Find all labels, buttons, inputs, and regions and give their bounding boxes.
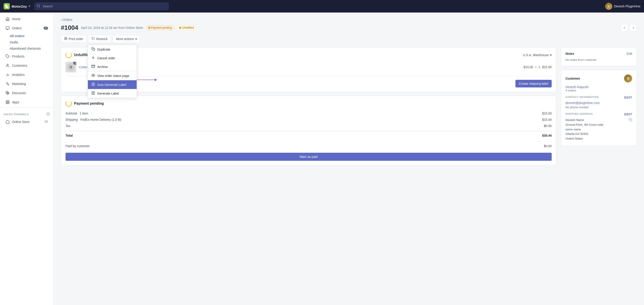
- unfulfilled-header: Unfulfilled (1) U.S.A. Warehouse ▾: [66, 52, 552, 58]
- customer-header: Customer D: [566, 74, 632, 82]
- total-row: Total $30.44: [66, 131, 552, 139]
- content-grid: Unfulfilled (1) U.S.A. Warehouse ▾: [61, 47, 637, 169]
- customer-orders-text: 4 orders: [566, 89, 632, 92]
- notes-title: Notes: [566, 52, 574, 56]
- apps-icon: [5, 100, 10, 104]
- sidebar-item-online-store[interactable]: Online Store: [2, 118, 52, 126]
- generate-label-icon: [92, 91, 95, 96]
- contact-edit-link[interactable]: Edit: [624, 96, 632, 99]
- customers-icon: [5, 63, 10, 68]
- shipping-address-label: SHIPPING ADDRESS Edit: [566, 112, 632, 116]
- sidebar-item-products[interactable]: Products: [2, 52, 52, 61]
- user-profile[interactable]: D Devesh PluginHive: [605, 3, 640, 10]
- fulfill-row: Create shipping label: [66, 76, 552, 88]
- marketing-icon: [5, 82, 10, 86]
- sidebar-subitem-abandoned[interactable]: Abandoned checkouts: [0, 46, 54, 52]
- customer-avatar: D: [624, 74, 632, 82]
- restock-button[interactable]: Restock: [88, 35, 111, 43]
- mark-as-paid-button[interactable]: Mark as paid: [66, 153, 552, 161]
- shipping-address-text: SHIPPING ADDRESS: [566, 112, 593, 116]
- store-eye-icon: [44, 120, 48, 124]
- more-actions-dropdown: Duplicate Cancel order Archive: [88, 45, 137, 98]
- next-order-button[interactable]: [630, 24, 637, 31]
- contact-info-text: CONTACT INFORMATION: [566, 96, 598, 99]
- printer-icon: [64, 37, 67, 41]
- address-line1: Ground Floor, 4th Cross road: [566, 122, 603, 127]
- svg-point-17: [46, 121, 47, 122]
- sidebar-item-marketing[interactable]: Marketing: [2, 80, 52, 88]
- sidebar-item-home[interactable]: Home: [2, 14, 52, 24]
- create-shipping-label-button[interactable]: Create shipping label: [516, 80, 552, 88]
- order-header: #1004 April 24, 2019 at 12:34 am from On…: [61, 24, 637, 31]
- restock-label: Restock: [96, 37, 108, 41]
- dropdown-item-cancel[interactable]: Cancel order: [88, 54, 137, 62]
- sidebar-item-apps[interactable]: Apps: [2, 98, 52, 107]
- print-order-button[interactable]: Print order: [61, 35, 86, 43]
- payment-header: Payment pending: [66, 100, 552, 107]
- svg-rect-10: [6, 100, 7, 102]
- abandoned-label: Abandoned checkouts: [10, 47, 41, 50]
- brand-logo[interactable]: MotorZoy ▾: [4, 3, 30, 10]
- shipping-method: FedEx Home Delivery (1.0 lb): [80, 118, 122, 122]
- dropdown-item-view-status[interactable]: View order status page: [88, 71, 137, 80]
- subtotal-amount: $15.00: [542, 112, 552, 115]
- create-shipping-label-text: Create shipping label: [519, 82, 548, 86]
- product-total-price: $15.00: [542, 65, 552, 69]
- tax-label: Tax: [66, 124, 70, 128]
- dropdown-item-duplicate[interactable]: Duplicate: [88, 45, 137, 54]
- app-container: MotorZoy ▾ D Devesh PluginHive: [0, 0, 644, 305]
- sidebar-analytics-label: Analytics: [12, 73, 24, 76]
- breadcrumb-text: Orders: [63, 18, 72, 22]
- subtotal-label: Subtotal: [66, 112, 77, 115]
- svg-rect-28: [630, 119, 632, 121]
- customer-card: Customer D Devesh Rajarshi 4 orders CONT…: [561, 70, 637, 146]
- avatar: D: [605, 3, 612, 10]
- dropdown-item-auto-generate[interactable]: Auto-Generate Label: [88, 80, 137, 89]
- more-actions-button[interactable]: More actions ▾: [113, 35, 140, 43]
- unfulfilled-spinner-icon: [66, 52, 72, 58]
- sidebar-subitem-drafts[interactable]: Drafts: [0, 39, 54, 46]
- sidebar-apps-label: Apps: [12, 100, 19, 104]
- contact-email[interactable]: devesh@pluginhive.com: [566, 101, 632, 105]
- orders-icon: [5, 26, 10, 30]
- svg-point-3: [7, 64, 8, 65]
- subtotal-row: Subtotal 1 item $15.00: [66, 110, 552, 116]
- add-channel-icon[interactable]: [46, 112, 50, 116]
- print-order-label: Print order: [69, 37, 83, 41]
- prev-order-button[interactable]: [621, 24, 628, 31]
- search-input[interactable]: [34, 2, 168, 10]
- sidebar-subitem-all-orders[interactable]: All orders: [0, 33, 54, 39]
- paid-by-row: Paid by customer $0.00: [66, 141, 552, 149]
- notes-content: No notes from customer: [566, 58, 632, 62]
- sidebar-item-analytics[interactable]: Analytics: [2, 70, 52, 79]
- store-icon: [5, 120, 10, 124]
- subtotal-items: 1 item: [80, 112, 88, 115]
- warehouse-select[interactable]: U.S.A. Warehouse ▾: [523, 53, 552, 57]
- sidebar-marketing-label: Marketing: [12, 82, 26, 86]
- times-icon: ×: [535, 65, 537, 69]
- customer-name-link[interactable]: Devesh Rajarshi: [566, 85, 632, 89]
- shipping-edit-link[interactable]: Edit: [624, 112, 632, 116]
- paid-amount: $0.00: [544, 144, 552, 148]
- generate-label: Generate Label: [97, 92, 119, 95]
- payment-status-badge: Payment pending: [146, 25, 174, 30]
- copy-address-icon[interactable]: [628, 118, 632, 122]
- dropdown-item-archive[interactable]: Archive: [88, 62, 137, 71]
- sidebar-item-discounts[interactable]: Discounts: [2, 88, 52, 98]
- eye-icon: [92, 74, 95, 78]
- duplicate-icon: [92, 47, 95, 52]
- sidebar-products-label: Products: [12, 54, 24, 58]
- sidebar-item-customers[interactable]: Customers: [2, 61, 52, 70]
- sales-channels-label: SALES CHANNELS: [4, 113, 28, 116]
- breadcrumb[interactable]: ‹ Orders: [61, 18, 637, 22]
- notes-edit-link[interactable]: Edit: [627, 52, 632, 56]
- sidebar-discounts-label: Discounts: [12, 91, 26, 95]
- cancel-icon: [92, 56, 95, 60]
- cancel-label: Cancel order: [97, 56, 115, 60]
- address-city: Atlanta GA 30302: [566, 132, 603, 136]
- sidebar-item-orders[interactable]: Orders 2: [2, 24, 52, 33]
- tax-amount: $0.00: [544, 124, 552, 128]
- dropdown-item-generate[interactable]: Generate Label: [88, 89, 137, 98]
- breadcrumb-arrow-icon: ‹: [61, 18, 62, 22]
- auto-label-icon: [92, 82, 95, 87]
